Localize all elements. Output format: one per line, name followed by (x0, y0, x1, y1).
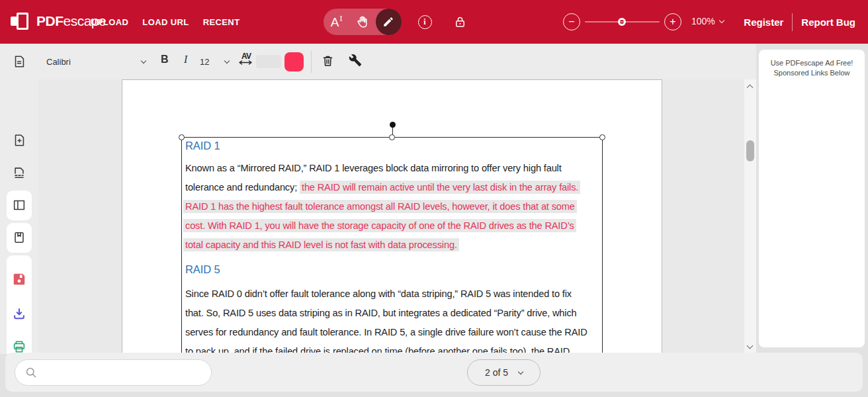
scroll-down-arrow-icon[interactable] (747, 343, 754, 349)
tool-mode-group: AI (324, 9, 402, 35)
divider (311, 50, 312, 73)
font-color-swatch[interactable] (284, 52, 304, 71)
hand-icon (355, 15, 369, 29)
doc-text-line: RAID 1 has the highest fault tolerance a… (183, 200, 577, 213)
add-page-icon (12, 133, 26, 148)
scan-icon (12, 165, 26, 180)
doc-text-black: tolerance and redundancy; (185, 182, 300, 193)
insert-page-button[interactable] (12, 133, 26, 148)
bookmarks-panel-button[interactable] (7, 223, 32, 253)
pdf-page[interactable]: RAID 1 Known as a “Mirrored RAID,” RAID … (122, 79, 662, 354)
doc-text-line: Known as a “Mirrored RAID,” RAID 1 lever… (185, 161, 562, 175)
nav-recent[interactable]: RECENT (203, 17, 240, 27)
app-header: PDFescape UPLOAD LOAD URL RECENT AI i (0, 0, 868, 44)
zoom-slider-knob[interactable] (618, 18, 626, 26)
page-options-button[interactable] (12, 54, 26, 69)
ad-free-link[interactable]: Use PDFescape Ad Free! (759, 58, 865, 68)
doc-text-annotated: cost. With RAID 1, you will have the sto… (183, 219, 576, 232)
hand-tool-button[interactable] (349, 9, 375, 35)
nav-load-url[interactable]: LOAD URL (142, 17, 189, 27)
report-bug-link[interactable]: Report Bug (801, 17, 855, 28)
highlight-color-swatch[interactable] (256, 55, 281, 68)
resize-handle-top-center[interactable] (389, 134, 395, 140)
left-sidebar (0, 44, 38, 354)
text-tool-icon: AI (331, 16, 343, 28)
scan-page-button[interactable] (12, 165, 26, 180)
layout-panel-icon (12, 198, 26, 212)
font-size-value: 12 (200, 57, 209, 67)
page-selector[interactable]: 2 of 5 (467, 359, 541, 386)
pencil-icon (382, 16, 394, 28)
vertical-scrollbar[interactable] (744, 79, 756, 354)
pdfescape-logo-icon (11, 11, 30, 31)
text-tool-button[interactable]: AI (324, 9, 349, 35)
zoom-in-button[interactable]: + (664, 13, 681, 30)
format-toolbar: Calibri B I 12 AV (0, 44, 756, 79)
info-icon: i (418, 15, 432, 29)
doc-text-line: Since RAID 0 didn’t offer fault toleranc… (185, 287, 572, 300)
rotation-handle[interactable] (390, 122, 396, 128)
annotate-tool-button[interactable] (376, 9, 402, 35)
zoom-level-value: 100% (691, 16, 715, 26)
doc-text-line: that. So, RAID 5 uses data striping as i… (185, 306, 577, 320)
char-spacing-button[interactable]: AV (239, 52, 253, 65)
doc-text-line: total capacity and this RAID level is no… (183, 238, 459, 251)
right-gutter: Use PDFescape Ad Free! Sponsored Links B… (756, 44, 868, 354)
zoom-out-button[interactable]: − (563, 13, 580, 30)
zoom-level-select[interactable]: 100% (691, 16, 724, 26)
register-link[interactable]: Register (744, 17, 783, 28)
bookmark-icon (12, 230, 26, 245)
main-panel: Calibri B I 12 AV (0, 44, 756, 354)
download-icon (12, 306, 26, 321)
page-indicator: 2 of 5 (485, 367, 508, 378)
printer-icon (12, 339, 26, 354)
save-button[interactable] (12, 272, 26, 287)
doc-text-annotated: the RAID will remain active until the ve… (300, 181, 580, 194)
divider (792, 13, 793, 31)
scroll-up-arrow-icon[interactable] (747, 85, 754, 91)
doc-text-annotated: RAID 1 has the highest fault tolerance a… (183, 200, 577, 213)
search-input[interactable] (43, 367, 195, 378)
download-button[interactable] (12, 306, 26, 321)
italic-button[interactable]: I (184, 54, 187, 66)
sponsored-links-label: Sponsored Links Below (759, 68, 865, 78)
chevron-down-icon (518, 369, 523, 374)
doc-text-line: cost. With RAID 1, you will have the sto… (183, 219, 576, 232)
doc-text-line: serves for redundancy and fault toleranc… (185, 326, 587, 339)
bold-button[interactable]: B (161, 54, 169, 66)
doc-text-annotated: total capacity and this RAID level is no… (183, 238, 459, 251)
wrench-icon (349, 54, 362, 67)
top-nav: UPLOAD LOAD URL RECENT (91, 0, 240, 44)
font-family-value: Calibri (46, 57, 71, 67)
lock-button[interactable] (452, 14, 468, 30)
ad-panel: Use PDFescape Ad Free! Sponsored Links B… (759, 50, 865, 347)
doc-heading-raid5: RAID 5 (185, 263, 220, 276)
doc-text-line: tolerance and redundancy; the RAID will … (185, 181, 580, 194)
search-icon (24, 366, 38, 379)
chevron-down-icon (719, 17, 724, 22)
print-button[interactable] (12, 339, 26, 354)
document-canvas: RAID 1 Known as a “Mirrored RAID,” RAID … (38, 79, 744, 354)
scrollbar-thumb[interactable] (746, 140, 754, 161)
footer-bar: 2 of 5 (5, 353, 863, 392)
resize-handle-top-right[interactable] (599, 134, 605, 140)
delete-button[interactable] (321, 54, 335, 68)
nav-upload[interactable]: UPLOAD (91, 17, 128, 27)
thumbnail-panel-button[interactable] (7, 191, 32, 220)
trash-icon (321, 54, 335, 68)
font-size-select[interactable]: 12 (200, 52, 229, 71)
chevron-down-icon (224, 58, 230, 64)
info-button[interactable]: i (417, 14, 433, 30)
search-box[interactable] (15, 359, 212, 386)
object-settings-button[interactable] (349, 54, 362, 67)
document-icon (12, 54, 26, 69)
account-links: Register Report Bug (744, 0, 855, 44)
lock-icon (453, 15, 467, 29)
chevron-down-icon (141, 58, 146, 64)
file-actions-group (7, 255, 32, 354)
save-icon (12, 272, 26, 287)
resize-handle-top-left[interactable] (179, 134, 185, 140)
double-arrow-icon (239, 60, 252, 65)
doc-heading-raid1: RAID 1 (185, 140, 220, 152)
font-family-select[interactable]: Calibri (46, 52, 146, 71)
